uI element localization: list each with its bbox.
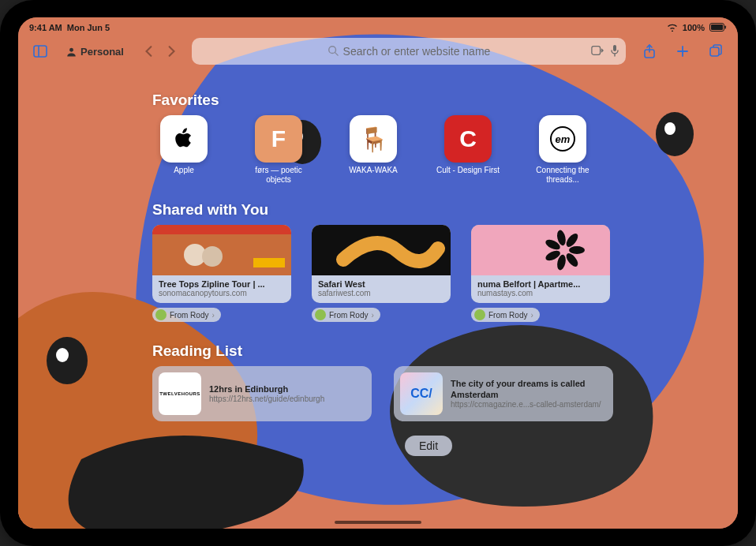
- shared-thumbnail: [312, 225, 451, 275]
- svg-rect-23: [253, 258, 285, 267]
- reading-title: 12hrs in Edinburgh: [209, 384, 324, 395]
- person-icon: [65, 46, 77, 58]
- favorite-icon: C: [444, 115, 492, 163]
- status-bar: 9:41 AM Mon Jun 5 100%: [18, 17, 738, 35]
- tabs-button[interactable]: [702, 39, 730, 64]
- shared-card[interactable]: Tree Tops Zipline Tour | ...sonomacanopy…: [152, 225, 291, 323]
- favorites-heading: Favorites: [152, 92, 705, 109]
- svg-point-25: [202, 246, 223, 267]
- svg-rect-18: [710, 47, 719, 56]
- favorite-icon: [160, 115, 208, 163]
- reading-url: https://12hrs.net/guide/edinburgh: [209, 395, 324, 403]
- search-icon: [327, 45, 339, 58]
- share-button[interactable]: [635, 39, 664, 64]
- reading-thumbnail: CC/: [400, 372, 443, 415]
- toolbar: Personal Search or enter website name: [18, 35, 738, 68]
- forward-button[interactable]: [160, 40, 182, 62]
- svg-text:em: em: [556, 133, 571, 145]
- shared-info: Safari Westsafariwest.com: [312, 275, 451, 303]
- favorite-icon: F: [255, 115, 302, 163]
- wifi-icon: [667, 23, 678, 33]
- shared-title: numa Belfort | Apartme...: [477, 279, 604, 289]
- reading-card[interactable]: CC/The city of your dreams is called Ams…: [394, 366, 613, 421]
- sidebar-toggle-button[interactable]: [26, 39, 54, 64]
- avatar-icon: [474, 309, 485, 320]
- avatar-icon: [315, 309, 326, 320]
- svg-rect-16: [613, 45, 616, 51]
- svg-line-14: [335, 52, 338, 55]
- favorites-row: AppleFførs — poetic objects🪑WAKA-WAKACCu…: [152, 115, 705, 184]
- shared-card[interactable]: Safari Westsafariwest.comFrom Rody›: [312, 225, 451, 323]
- favorite-icon: 🪑: [350, 115, 397, 163]
- shared-from-label: From Rody: [488, 311, 527, 320]
- shared-title: Safari West: [318, 279, 444, 289]
- screen: 9:41 AM Mon Jun 5 100% Personal: [18, 17, 738, 529]
- chevron-right-icon: ›: [211, 311, 214, 320]
- shared-thumbnail: [471, 225, 610, 275]
- svg-point-28: [569, 246, 585, 254]
- favorite-label: Connecting the threads...: [531, 166, 594, 184]
- shared-from-label: From Rody: [329, 311, 368, 320]
- svg-rect-10: [34, 46, 47, 57]
- chevron-right-icon: ›: [371, 311, 373, 320]
- reading-thumbnail: TWELVEHOURS: [159, 372, 201, 415]
- shared-url: sonomacanopytours.com: [159, 289, 285, 297]
- edit-button[interactable]: Edit: [405, 436, 452, 456]
- reading-title: The city of your dreams is called Amster…: [451, 379, 607, 399]
- back-button[interactable]: [138, 40, 160, 62]
- shared-from-pill[interactable]: From Rody›: [152, 308, 221, 322]
- status-date: Mon Jun 5: [67, 23, 110, 32]
- svg-rect-27: [471, 225, 610, 275]
- battery-percent: 100%: [683, 23, 705, 32]
- avatar-icon: [155, 309, 167, 320]
- svg-rect-8: [711, 24, 723, 30]
- home-indicator[interactable]: [335, 521, 421, 524]
- shared-url: safariwest.com: [318, 289, 444, 297]
- battery-icon: [709, 23, 727, 33]
- favorite-label: WAKA-WAKA: [349, 166, 397, 175]
- reading-row: TWELVEHOURS12hrs in Edinburghhttps://12h…: [152, 366, 705, 421]
- shared-row: Tree Tops Zipline Tour | ...sonomacanopy…: [152, 225, 705, 323]
- autofill-icon[interactable]: [591, 44, 604, 59]
- profile-label: Personal: [80, 46, 124, 58]
- svg-point-12: [69, 47, 73, 51]
- chevron-right-icon: ›: [530, 311, 533, 320]
- reading-url: https://ccmagazine.e...s-called-amsterda…: [451, 400, 607, 409]
- favorite-item[interactable]: Apple: [152, 115, 215, 184]
- shared-url: numastays.com: [477, 289, 604, 297]
- favorite-item[interactable]: emConnecting the threads...: [531, 115, 594, 184]
- shared-card[interactable]: numa Belfort | Apartme...numastays.comFr…: [471, 225, 610, 323]
- favorite-item[interactable]: CCult - Design First: [436, 115, 500, 184]
- favorite-item[interactable]: 🪑WAKA-WAKA: [342, 115, 405, 184]
- favorite-label: Cult - Design First: [436, 166, 500, 175]
- favorite-item[interactable]: Fførs — poetic objects: [247, 115, 310, 184]
- shared-title: Tree Tops Zipline Tour | ...: [159, 279, 285, 289]
- svg-rect-15: [592, 46, 601, 54]
- profile-button[interactable]: Personal: [59, 43, 130, 61]
- reading-heading: Reading List: [152, 342, 705, 360]
- address-search-bar[interactable]: Search or enter website name: [192, 38, 626, 65]
- search-placeholder: Search or enter website name: [343, 45, 491, 58]
- new-tab-button[interactable]: [668, 39, 697, 64]
- shared-from-label: From Rody: [170, 311, 208, 320]
- mic-icon[interactable]: [610, 44, 619, 59]
- favorite-label: Apple: [174, 166, 194, 175]
- shared-info: Tree Tops Zipline Tour | ...sonomacanopy…: [152, 275, 291, 303]
- shared-info: numa Belfort | Apartme...numastays.com: [471, 275, 610, 303]
- shared-from-pill[interactable]: From Rody›: [312, 308, 380, 322]
- svg-rect-9: [725, 25, 727, 28]
- start-page: Favorites AppleFførs — poetic objects🪑WA…: [18, 68, 738, 529]
- svg-rect-22: [152, 225, 291, 234]
- shared-from-pill[interactable]: From Rody›: [471, 308, 540, 322]
- status-time: 9:41 AM: [29, 23, 62, 32]
- favorite-icon: em: [539, 115, 586, 163]
- ipad-frame: 9:41 AM Mon Jun 5 100% Personal: [0, 0, 756, 546]
- shared-heading: Shared with You: [152, 201, 705, 219]
- favorite-label: førs — poetic objects: [247, 166, 310, 184]
- shared-thumbnail: [152, 225, 291, 275]
- reading-card[interactable]: TWELVEHOURS12hrs in Edinburghhttps://12h…: [152, 366, 372, 421]
